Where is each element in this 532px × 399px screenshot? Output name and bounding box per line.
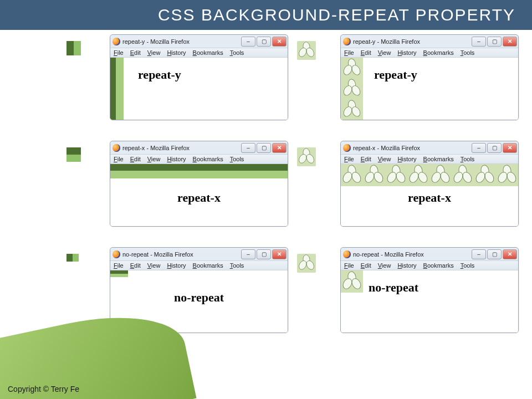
maximize-button[interactable]: ▢ (487, 37, 502, 47)
minimize-button[interactable]: – (472, 249, 486, 259)
demo-label: repeat-x (341, 191, 518, 205)
menu-file[interactable]: File (114, 262, 124, 269)
menu-tools[interactable]: Tools (461, 262, 475, 269)
viewport: repeat-x (110, 164, 288, 226)
window-title: repeat-x - Mozilla Firefox (122, 145, 241, 151)
menu-history[interactable]: History (397, 156, 416, 162)
viewport: repeat-x (341, 164, 518, 226)
window-titlebar: repeat-x - Mozilla Firefox – ▢ ✕ (110, 141, 288, 154)
window-titlebar: repeat-y - Mozilla Firefox – ▢ ✕ (110, 35, 288, 48)
close-button[interactable]: ✕ (272, 37, 287, 47)
demo-label: no-repeat (110, 290, 288, 305)
bg-flower-row (341, 164, 518, 186)
close-button[interactable]: ✕ (503, 37, 517, 47)
firefox-icon (343, 144, 351, 152)
demo-label: no-repeat (369, 280, 418, 295)
bullet-swatch-flower (297, 147, 316, 166)
demo-label: repeat-y (138, 68, 181, 82)
menu-history[interactable]: History (167, 156, 186, 162)
menu-bar: File Edit View History Bookmarks Tools (341, 48, 518, 58)
bullet-swatch-repeat-x (66, 147, 81, 162)
browser-window-repeat-y-flower: repeat-y - Mozilla Firefox – ▢ ✕ File Ed… (340, 34, 519, 120)
menu-bookmarks[interactable]: Bookmarks (193, 156, 223, 162)
menu-view[interactable]: View (147, 156, 161, 162)
minimize-button[interactable]: – (472, 37, 486, 47)
bullet-swatch-no-repeat (66, 254, 79, 262)
menu-view[interactable]: View (378, 49, 391, 56)
menu-history[interactable]: History (167, 49, 186, 56)
firefox-icon (112, 38, 120, 45)
menu-bar: File Edit View History Bookmarks Tools (341, 154, 518, 164)
menu-bookmarks[interactable]: Bookmarks (193, 49, 223, 56)
close-button[interactable]: ✕ (272, 249, 287, 259)
menu-edit[interactable]: Edit (361, 262, 371, 269)
menu-view[interactable]: View (147, 262, 161, 269)
bg-flower-column (341, 58, 363, 120)
minimize-button[interactable]: – (241, 143, 255, 153)
menu-file[interactable]: File (344, 49, 354, 56)
menu-edit[interactable]: Edit (361, 49, 371, 56)
menu-tools[interactable]: Tools (230, 49, 244, 56)
menu-bookmarks[interactable]: Bookmarks (423, 49, 454, 56)
menu-bookmarks[interactable]: Bookmarks (193, 262, 223, 269)
menu-edit[interactable]: Edit (130, 156, 141, 162)
maximize-button[interactable]: ▢ (487, 143, 502, 153)
maximize-button[interactable]: ▢ (257, 37, 271, 47)
viewport: repeat-y (341, 58, 518, 120)
menu-edit[interactable]: Edit (130, 49, 141, 56)
browser-window-repeat-x-flower: repeat-x - Mozilla Firefox – ▢ ✕ File Ed… (340, 141, 519, 227)
close-button[interactable]: ✕ (272, 143, 287, 153)
browser-window-repeat-x-color: repeat-x - Mozilla Firefox – ▢ ✕ File Ed… (110, 141, 288, 227)
window-title: no-repeat - Mozilla Firefox (353, 251, 472, 258)
bullet-swatch-flower (297, 41, 316, 60)
window-title: no-repeat - Mozilla Firefox (122, 251, 241, 258)
menu-edit[interactable]: Edit (130, 262, 141, 269)
bg-stripe-dark (110, 164, 288, 171)
slide: CSS BACKGROUND-REPEAT PROPERTY repeat-y … (0, 0, 532, 399)
close-button[interactable]: ✕ (503, 249, 517, 259)
menu-bar: File Edit View History Bookmarks Tools (110, 260, 288, 270)
menu-bar: File Edit View History Bookmarks Tools (110, 48, 288, 58)
menu-file[interactable]: File (114, 49, 124, 56)
window-title: repeat-x - Mozilla Firefox (353, 145, 472, 151)
window-title: repeat-y - Mozilla Firefox (353, 38, 472, 45)
firefox-icon (343, 250, 351, 258)
firefox-icon (112, 144, 120, 152)
slide-title: CSS BACKGROUND-REPEAT PROPERTY (0, 0, 532, 30)
menu-view[interactable]: View (378, 156, 391, 162)
bg-stripe-dark (110, 58, 116, 120)
browser-window-no-repeat-flower: no-repeat - Mozilla Firefox – ▢ ✕ File E… (340, 247, 519, 333)
menu-file[interactable]: File (344, 156, 354, 162)
flower-icon (297, 41, 316, 60)
menu-history[interactable]: History (167, 262, 186, 269)
menu-history[interactable]: History (397, 49, 416, 56)
minimize-button[interactable]: – (241, 249, 255, 259)
maximize-button[interactable]: ▢ (257, 249, 271, 259)
maximize-button[interactable]: ▢ (487, 249, 502, 259)
window-titlebar: no-repeat - Mozilla Firefox – ▢ ✕ (341, 248, 518, 260)
menu-view[interactable]: View (378, 262, 391, 269)
window-title: repeat-y - Mozilla Firefox (122, 38, 241, 45)
menu-file[interactable]: File (344, 262, 354, 269)
maximize-button[interactable]: ▢ (257, 143, 271, 153)
bg-swatch-light (110, 274, 128, 277)
menu-bookmarks[interactable]: Bookmarks (423, 262, 454, 269)
content-grid: repeat-y - Mozilla Firefox – ▢ ✕ File Ed… (0, 30, 532, 347)
window-titlebar: repeat-x - Mozilla Firefox – ▢ ✕ (341, 141, 518, 154)
menu-history[interactable]: History (397, 262, 416, 269)
viewport: repeat-y (110, 58, 288, 120)
menu-tools[interactable]: Tools (461, 156, 475, 162)
minimize-button[interactable]: – (472, 143, 486, 153)
menu-tools[interactable]: Tools (230, 262, 244, 269)
minimize-button[interactable]: – (241, 37, 255, 47)
menu-file[interactable]: File (114, 156, 124, 162)
demo-label: repeat-x (110, 191, 288, 205)
menu-view[interactable]: View (147, 49, 161, 56)
menu-tools[interactable]: Tools (461, 49, 475, 56)
menu-tools[interactable]: Tools (230, 156, 244, 162)
close-button[interactable]: ✕ (503, 143, 517, 153)
menu-edit[interactable]: Edit (361, 156, 371, 162)
bg-stripe-light (110, 171, 288, 178)
bullet-swatch-flower (297, 254, 316, 273)
menu-bookmarks[interactable]: Bookmarks (423, 156, 454, 162)
